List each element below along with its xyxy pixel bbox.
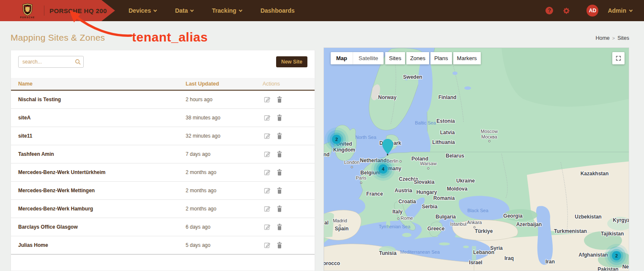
edit-site-button[interactable] (264, 151, 271, 158)
site-name: Tashfeen Amin (18, 151, 186, 157)
edit-site-button[interactable] (264, 114, 271, 121)
new-site-button[interactable]: New Site (276, 56, 307, 67)
trash-icon (277, 205, 282, 212)
map-panel[interactable]: SwedenNorwayFinlandEstoniaLatviaLithuani… (323, 47, 629, 271)
delete-site-button[interactable] (277, 224, 282, 230)
chevron-down-icon (239, 8, 242, 11)
site-last-updated: 2 months ago (186, 206, 263, 212)
trash-icon (277, 242, 282, 249)
edit-pencil-icon (264, 242, 271, 249)
header-divider (44, 6, 44, 16)
nav-item-tracking[interactable]: Tracking (212, 7, 242, 14)
nav-item-devices[interactable]: Devices (129, 7, 156, 14)
delete-site-button[interactable] (277, 187, 282, 194)
edit-pencil-icon (264, 96, 271, 103)
trash-icon (277, 151, 282, 158)
map-type-map[interactable]: Map (331, 52, 353, 64)
edit-site-button[interactable] (264, 133, 271, 139)
table-header: Name Last Updated Actions (11, 78, 315, 91)
admin-menu-label: Admin (608, 7, 626, 14)
site-name: Nischal is Testing (18, 97, 186, 102)
breadcrumb-current: Sites (617, 35, 629, 41)
admin-menu[interactable]: Admin (608, 7, 632, 14)
map-layer-sites-button[interactable]: Sites (385, 52, 405, 64)
user-avatar[interactable]: AD (586, 5, 598, 17)
nav-item-data[interactable]: Data (175, 7, 193, 14)
main-nav: Devices Data Tracking Dashboards (129, 0, 295, 21)
nav-item-label: Data (175, 7, 188, 14)
table-row: siteA 38 minutes ago (11, 109, 315, 127)
trash-icon (277, 133, 282, 139)
map-cluster-marker[interactable]: 4 (378, 164, 388, 174)
site-name: Mercedes-Benz-Werk Hamburg (18, 206, 186, 212)
site-last-updated: 7 days ago (186, 151, 263, 157)
edit-site-button[interactable] (264, 242, 271, 249)
delete-site-button[interactable] (277, 151, 282, 158)
table-row: site11 32 minutes ago (11, 127, 315, 145)
tenant-name: PORSCHE HQ 200 (49, 7, 107, 14)
edit-pencil-icon (264, 114, 271, 121)
edit-site-button[interactable] (264, 187, 271, 194)
breadcrumb-separator: > (612, 36, 615, 41)
edit-pencil-icon (264, 205, 271, 212)
table-row: Julias Home 5 days ago (11, 236, 315, 254)
nav-item-label: Tracking (212, 7, 236, 14)
delete-site-button[interactable] (277, 169, 282, 176)
site-last-updated: 2 months ago (186, 169, 263, 175)
map-type-control: MapSatellite (331, 52, 384, 64)
trash-icon (277, 96, 282, 103)
help-icon[interactable]: ? (545, 7, 553, 14)
trash-icon (277, 224, 282, 230)
site-last-updated: 6 days ago (186, 224, 263, 230)
trash-icon (277, 169, 282, 176)
chevron-down-icon (629, 8, 633, 11)
map-type-satellite[interactable]: Satellite (353, 52, 384, 64)
site-name: Barclays Office Glasgow (18, 224, 186, 230)
site-last-updated: 5 days ago (186, 242, 263, 248)
map-layer-markers-button[interactable]: Markers (453, 52, 481, 64)
table-row: Mercedes-Benz-Werk Untertürkheim 2 month… (11, 163, 315, 182)
site-name: Julias Home (18, 242, 186, 248)
edit-site-button[interactable] (264, 96, 271, 103)
column-actions: Actions (263, 81, 315, 87)
map-cluster-marker[interactable]: 2 (332, 135, 341, 144)
map-pin-icon[interactable] (381, 138, 394, 155)
breadcrumb: Home > Sites (595, 35, 629, 41)
map-layer-plans-button[interactable]: Plans (430, 52, 452, 64)
map-canvas (324, 48, 629, 271)
map-layer-zones-button[interactable]: Zones (406, 52, 429, 64)
porsche-crest-icon (22, 3, 33, 16)
breadcrumb-home[interactable]: Home (595, 35, 609, 41)
delete-site-button[interactable] (277, 96, 282, 103)
edit-pencil-icon (264, 151, 271, 158)
edit-site-button[interactable] (264, 224, 271, 230)
fullscreen-button[interactable] (612, 52, 625, 64)
site-name: Mercedes-Benz-Werk Untertürkheim (18, 169, 186, 175)
delete-site-button[interactable] (277, 133, 282, 139)
delete-site-button[interactable] (277, 205, 282, 212)
delete-site-button[interactable] (277, 242, 282, 249)
fullscreen-icon (615, 55, 622, 61)
trash-icon (277, 114, 282, 121)
delete-site-button[interactable] (277, 114, 282, 121)
site-name: siteA (18, 115, 186, 121)
settings-gear-icon[interactable] (562, 7, 570, 15)
edit-pencil-icon (264, 133, 271, 139)
chevron-down-icon (190, 8, 194, 11)
porsche-wordmark: PORSCHE (20, 16, 35, 19)
porsche-logo[interactable]: PORSCHE (17, 3, 38, 19)
site-name: site11 (18, 133, 186, 139)
edit-pencil-icon (264, 224, 271, 230)
search-input[interactable] (18, 56, 84, 68)
sites-table-body: Nischal is Testing 2 hours ago siteA 38 … (11, 91, 315, 254)
column-name: Name (18, 81, 186, 87)
sites-panel: New Site Name Last Updated Actions Nisch… (11, 50, 315, 271)
edit-pencil-icon (264, 169, 271, 176)
edit-site-button[interactable] (264, 205, 271, 212)
map-cluster-marker[interactable]: 2 (612, 251, 621, 260)
edit-pencil-icon (264, 187, 271, 194)
edit-site-button[interactable] (264, 169, 271, 176)
nav-item-dashboards[interactable]: Dashboards (260, 7, 295, 14)
brand-banner: PORSCHE PORSCHE HQ 200 (0, 0, 123, 21)
site-last-updated: 2 months ago (186, 188, 263, 194)
